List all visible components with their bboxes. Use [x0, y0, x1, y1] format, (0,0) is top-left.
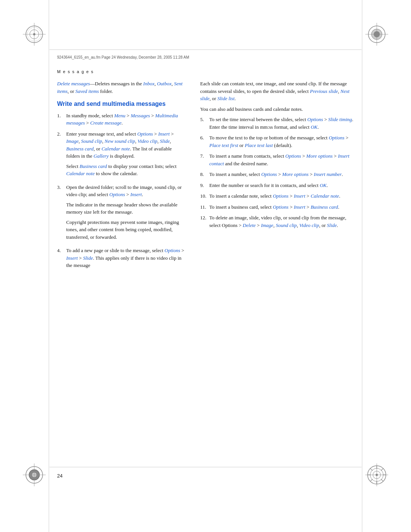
- svg-line-28: [381, 468, 383, 471]
- step-number: 4.: [57, 247, 64, 254]
- step-content: In standby mode, select Menu > Messages …: [66, 112, 186, 127]
- video-clip-link-12: Video clip: [299, 222, 319, 228]
- saved-items-link: Saved items: [75, 88, 99, 94]
- list-item: 3. Open the desired folder; scroll to th…: [57, 184, 186, 244]
- step-content: To move the text to the top or bottom of…: [209, 134, 354, 149]
- header: 9243644_6155_en_au.fm Page 24 Wednesday,…: [57, 55, 354, 59]
- list-item: 12. To delete an image, slide, video cli…: [200, 214, 354, 229]
- options-link-11: Options: [273, 204, 288, 210]
- step-content: To add a new page or slide to the messag…: [66, 247, 186, 269]
- image-link: Image: [66, 138, 79, 144]
- step-number: 7.: [200, 152, 207, 160]
- main-content: Delete messages—Deletes messages in the …: [57, 80, 354, 460]
- list-item: 10. To insert a calendar note, select Op…: [200, 192, 354, 200]
- insert-number-link: Insert number: [314, 171, 342, 177]
- step-number: 3.: [57, 184, 64, 191]
- ok-link-5: OK: [311, 124, 317, 130]
- right-column: Each slide can contain text, one image, …: [200, 80, 354, 460]
- step-number: 1.: [57, 112, 64, 120]
- vline-left: [49, 0, 49, 532]
- insert-link-4: Insert: [66, 255, 78, 261]
- insert-link-3: Insert: [130, 192, 142, 197]
- step-number: 6.: [200, 134, 207, 142]
- sound-clip-link: Sound clip: [81, 138, 102, 144]
- right-para-1: Each slide can contain text, one image, …: [200, 80, 354, 102]
- step-content: To insert a name from contacts, select O…: [209, 152, 354, 167]
- ok-link-9: OK: [320, 182, 327, 188]
- image-link-12: Image: [261, 222, 274, 228]
- inbox-link: Inbox: [143, 81, 155, 86]
- sound-clip-link-12: Sound clip: [276, 222, 297, 228]
- messages-link: Messages: [131, 113, 150, 118]
- step-content: To insert a business card, select Option…: [209, 203, 354, 211]
- previous-slide-link: Previous slide: [310, 88, 338, 94]
- insert-link-11: Insert: [294, 204, 305, 210]
- steps-list: 1. In standby mode, select Menu > Messag…: [57, 112, 186, 269]
- svg-point-4: [33, 33, 35, 35]
- options-link-6: Options: [329, 135, 344, 141]
- create-message-link: Create message: [90, 120, 121, 126]
- step-number: 12.: [200, 214, 207, 222]
- calendar-note-link: Calendar note: [102, 146, 130, 152]
- slide-link-4: Slide: [83, 255, 93, 261]
- list-item: 11. To insert a business card, select Op…: [200, 203, 354, 211]
- list-item: 8. To insert a number, select Options > …: [200, 171, 354, 178]
- step-number: 8.: [200, 171, 207, 178]
- header-filename: 9243644_6155_en_au.fm Page 24 Wednesday,…: [57, 55, 189, 59]
- more-options-link-7: More options: [306, 153, 333, 159]
- step-content: Open the desired folder; scroll to the i…: [66, 184, 186, 244]
- options-link-7: Options: [285, 153, 301, 159]
- new-sound-clip-link: New sound clip: [105, 138, 135, 144]
- options-link: Options: [137, 131, 153, 137]
- corner-mark-tl: [23, 23, 46, 46]
- step-content: To delete an image, slide, video clip, o…: [209, 214, 354, 229]
- page: 9243644_6155_en_au.fm Page 24 Wednesday,…: [0, 0, 411, 532]
- menu-link: Menu: [114, 113, 126, 118]
- list-item: 5. To set the time interval between the …: [200, 116, 354, 131]
- step-number: 10.: [200, 192, 207, 200]
- step-number: 5.: [200, 116, 207, 123]
- page-number: 24: [57, 473, 62, 479]
- svg-line-29: [370, 479, 373, 481]
- section-heading: Write and send multimedia messages: [57, 100, 186, 108]
- delete-link-12: Delete: [243, 222, 256, 228]
- place-text-last-link: Place text last: [245, 142, 273, 148]
- step-content: To set the time interval between the sli…: [209, 116, 354, 131]
- list-item: 2. Enter your message text, and select O…: [57, 130, 186, 180]
- insert-link: Insert: [158, 131, 170, 137]
- list-item: 7. To insert a name from contacts, selec…: [200, 152, 354, 167]
- options-link-4: Options: [164, 248, 180, 253]
- svg-line-27: [381, 479, 383, 481]
- step-content: To insert a calendar note, select Option…: [209, 192, 354, 200]
- step-content: Enter your message text, and select Opti…: [66, 130, 186, 180]
- video-clip-link: Video clip: [137, 138, 157, 144]
- step-number: 9.: [200, 182, 207, 189]
- right-para-2: You can also add business cards and cale…: [200, 105, 354, 113]
- right-steps-list: 5. To set the time interval between the …: [200, 116, 354, 229]
- list-item: 1. In standby mode, select Menu > Messag…: [57, 112, 186, 127]
- options-link-3: Options: [109, 192, 125, 197]
- rule-top: [49, 50, 362, 50]
- list-item: 9. Enter the number or search for it in …: [200, 182, 354, 189]
- slide-link: Slide: [160, 138, 170, 144]
- step-number: 2.: [57, 130, 64, 138]
- insert-link-10: Insert: [294, 193, 305, 199]
- sub-para-copyright: Copyright protections may prevent some i…: [66, 219, 186, 241]
- step-number: 11.: [200, 203, 207, 211]
- more-options-link-8: More options: [282, 171, 308, 177]
- step-content: To insert a number, select Options > Mor…: [209, 171, 354, 178]
- calendar-note-link-2: Calendar note: [66, 171, 95, 176]
- corner-mark-br: [365, 463, 388, 486]
- outbox-link: Outbox: [157, 81, 171, 86]
- options-link-5: Options: [307, 117, 323, 122]
- gallery-link: Gallery: [94, 153, 109, 159]
- step-content: Enter the number or search for it in con…: [209, 182, 354, 189]
- slide-list-link: Slide list: [217, 96, 234, 101]
- list-item: 6. To move the text to the top or bottom…: [200, 134, 354, 149]
- corner-mark-tr: [365, 23, 388, 46]
- svg-line-26: [370, 468, 373, 471]
- options-link-8: Options: [261, 171, 277, 177]
- business-card-link-2: Business card: [80, 163, 107, 169]
- slide-timing-link: Slide timing: [328, 117, 352, 122]
- slide-link-12: Slide: [327, 222, 337, 228]
